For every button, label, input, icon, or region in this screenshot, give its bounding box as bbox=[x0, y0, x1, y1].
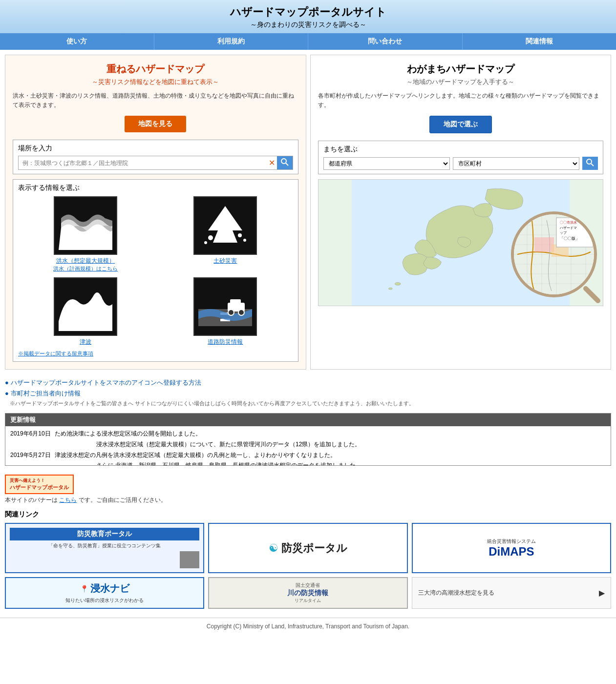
bousai-edu-icon bbox=[180, 551, 199, 568]
town-select-section: まちを選ぶ 都道府県 市区町村 bbox=[318, 141, 604, 174]
search-go-button[interactable] bbox=[277, 156, 293, 169]
bousai-portal-content: ☯ 防災ポータル bbox=[269, 541, 347, 556]
town-select-row: 都道府県 市区町村 bbox=[323, 157, 598, 170]
bousai-edu-sub: 「命を守る、防災教育」授業に役立つコンテンツ集 bbox=[48, 542, 161, 549]
town-select-label: まちを選ぶ bbox=[323, 145, 598, 154]
road-item[interactable]: 道路防災情報 bbox=[158, 277, 293, 346]
tsunami-item[interactable]: 津波 bbox=[18, 277, 153, 346]
nav-usage[interactable]: 使い方 bbox=[0, 33, 154, 50]
nav-terms[interactable]: 利用規約 bbox=[154, 33, 309, 50]
location-label: 場所を入力 bbox=[18, 144, 293, 153]
svg-point-17 bbox=[238, 310, 244, 315]
updates-header: 更新情報 bbox=[5, 414, 611, 426]
bousai-portal-title: 防災ポータル bbox=[281, 541, 347, 556]
site-header: ハザードマップポータルサイト ～身のまわりの災害リスクを調べる～ bbox=[0, 0, 616, 33]
tsunami-icon-box bbox=[54, 277, 117, 336]
landslide-label[interactable]: 土砂災害 bbox=[158, 257, 293, 265]
left-panel-description: 洪水・土砂災害・津波のリスク情報、道路防災情報、土地の特徴・成り立ちなどを地図や… bbox=[13, 91, 298, 110]
svg-line-19 bbox=[591, 164, 594, 166]
smartphone-link[interactable]: ハザードマップポータルサイトをスマホのアイコンへ登録する方法 bbox=[5, 378, 611, 387]
japan-map-area: 〇〇市洪水 ハザードマ ップ 「〇〇版」 bbox=[318, 179, 604, 306]
banner-link[interactable]: こちら bbox=[59, 497, 77, 503]
banner-label2: ハザードマップポータル bbox=[10, 484, 69, 491]
select-map-button[interactable]: 地図で選ぶ bbox=[429, 116, 492, 133]
officials-link[interactable]: 市町村ご担当者向け情報 bbox=[5, 389, 611, 398]
flood-icon-box bbox=[54, 196, 117, 255]
bottom-links: ハザードマップポータルサイトをスマホのアイコンへ登録する方法 市町村ご担当者向け… bbox=[0, 374, 616, 413]
svg-point-21 bbox=[395, 283, 401, 286]
main-nav: 使い方 利用規約 問い合わせ 関連情報 bbox=[0, 33, 616, 50]
warning-text: ※ハザードマップポータルサイトをご覧の皆さまへ サイトにつながりにくい場合はしば… bbox=[10, 400, 606, 407]
info-select-section: 表示する情報を選ぶ 洪水（想定最大規模） 洪水（計画規模）はこ bbox=[13, 179, 298, 362]
landslide-icon-box bbox=[193, 196, 257, 255]
note-link[interactable]: ※掲載データに関する留意事項 bbox=[18, 350, 293, 357]
magnifier-overlay: 〇〇市洪水 ハザードマ ップ 「〇〇版」 bbox=[508, 210, 600, 303]
banner-text-after: です。ご自由にご活用ください。 bbox=[79, 497, 167, 503]
magnifier-svg: 〇〇市洪水 ハザードマ ップ 「〇〇版」 bbox=[508, 210, 600, 303]
flood-label[interactable]: 洪水（想定最大規模） bbox=[18, 257, 153, 265]
flood-item[interactable]: 洪水（想定最大規模） 洪水（計画規模）はこちら bbox=[18, 196, 153, 272]
update-date-4 bbox=[10, 460, 49, 465]
prefecture-select[interactable]: 都道府県 bbox=[323, 157, 450, 170]
right-panel-title: わがまちハザードマップ bbox=[318, 62, 604, 76]
svg-point-6 bbox=[238, 233, 242, 237]
shinsui-pin-icon: 📍 bbox=[80, 585, 88, 593]
svg-text:〇〇市洪水: 〇〇市洪水 bbox=[560, 221, 577, 225]
bousai-edu-title: 防災教育ポータル bbox=[10, 528, 199, 540]
info-select-label: 表示する情報を選ぶ bbox=[18, 184, 293, 192]
flood-sublabel[interactable]: 洪水（計画規模）はこちら bbox=[18, 265, 153, 272]
takashio-arrow-icon: ▶ bbox=[599, 588, 605, 598]
left-panel-subtitle: ～災害リスク情報などを地図に重ねて表示～ bbox=[13, 78, 298, 86]
svg-point-7 bbox=[204, 241, 207, 244]
related-kawa[interactable]: 国土交通省 川の防災情報 リアルタイム bbox=[208, 577, 407, 609]
update-text-3: 津波浸水想定の凡例を洪水浸水想定区域（想定最大規模）の凡例と統一し、よりわかりや… bbox=[55, 450, 336, 461]
svg-point-5 bbox=[208, 235, 213, 240]
svg-text:ハザードマ: ハザードマ bbox=[559, 226, 577, 230]
bousai-portal-icon: ☯ bbox=[269, 542, 278, 555]
related-dimaps[interactable]: 統合災害情報システム DiMAPS bbox=[412, 523, 611, 573]
landslide-svg bbox=[198, 201, 252, 250]
banner-text-before: 本サイトのバナーは bbox=[5, 497, 58, 503]
road-svg bbox=[198, 282, 252, 331]
svg-rect-38 bbox=[534, 237, 554, 252]
location-input[interactable] bbox=[19, 157, 267, 169]
update-text-4: さらに 北海道、新潟県、石川県、岐阜県、島取県、長根県の津波浸水想定のデータを追… bbox=[53, 460, 361, 465]
update-date-2 bbox=[10, 439, 49, 450]
flood-svg bbox=[59, 201, 112, 250]
icon-grid: 洪水（想定最大規模） 洪水（計画規模）はこちら bbox=[18, 196, 293, 346]
related-title: 関連リンク bbox=[5, 510, 611, 519]
site-title: ハザードマップポータルサイト bbox=[0, 5, 616, 20]
banner-label1: 災害へ備えよう！ bbox=[10, 477, 69, 484]
related-takashio[interactable]: 三大湾の高潮浸水想定を見る ▶ bbox=[412, 577, 611, 609]
svg-point-0 bbox=[281, 159, 286, 164]
shinsui-sub: 知りたい場所の浸水リスクがわかる bbox=[65, 597, 144, 604]
footer: Copyright (C) Ministry of Land, Infrastr… bbox=[0, 618, 616, 635]
update-row-4: さらに 北海道、新潟県、石川県、岐阜県、島取県、長根県の津波浸水想定のデータを追… bbox=[10, 460, 606, 465]
right-panel: わがまちハザードマップ ～地域のハザードマップを入手する～ 各市町村が作成したハ… bbox=[310, 55, 612, 370]
nav-related-info[interactable]: 関連情報 bbox=[463, 33, 616, 50]
banner-button[interactable]: 災害へ備えよう！ ハザードマップポータル bbox=[5, 475, 74, 494]
footer-text: Copyright (C) Ministry of Land, Infrastr… bbox=[207, 623, 409, 630]
right-panel-subtitle: ～地域のハザードマップを入手する～ bbox=[318, 78, 604, 86]
site-subtitle: ～身のまわりの災害リスクを調べる～ bbox=[0, 21, 616, 29]
landslide-item[interactable]: 土砂災害 bbox=[158, 196, 293, 272]
view-map-button[interactable]: 地図を見る bbox=[125, 116, 186, 132]
svg-line-45 bbox=[586, 289, 598, 301]
svg-point-16 bbox=[228, 310, 234, 315]
related-bousai-edu[interactable]: 防災教育ポータル 「命を守る、防災教育」授業に役立つコンテンツ集 bbox=[5, 523, 204, 573]
city-select[interactable]: 市区町村 bbox=[453, 157, 579, 170]
nav-contact[interactable]: 問い合わせ bbox=[308, 33, 463, 50]
related-section: 関連リンク 防災教育ポータル 「命を守る、防災教育」授業に役立つコンテンツ集 ☯… bbox=[0, 508, 616, 614]
svg-point-18 bbox=[587, 159, 592, 164]
search-clear-button[interactable]: ✕ bbox=[267, 158, 277, 167]
kawa-top-label: 国土交通省 bbox=[296, 582, 320, 589]
updates-body[interactable]: 2019年6月10日 ため池決壊による浸水想定区域の公開を開始しました。 浸水浸… bbox=[5, 426, 611, 465]
related-bousai-portal[interactable]: ☯ 防災ポータル bbox=[208, 523, 407, 573]
related-grid: 防災教育ポータル 「命を守る、防災教育」授業に役立つコンテンツ集 ☯ 防災ポータ… bbox=[5, 523, 611, 609]
update-text-2: 浸水浸水想定区域（想定最大規模）について、新たに県管理河川のデータ（12県）を追… bbox=[53, 439, 361, 450]
tsunami-label[interactable]: 津波 bbox=[18, 338, 153, 346]
related-shinsui[interactable]: 📍 浸水ナビ 知りたい場所の浸水リスクがわかる bbox=[5, 577, 204, 609]
tsunami-svg bbox=[59, 282, 112, 331]
road-label[interactable]: 道路防災情報 bbox=[158, 338, 293, 346]
town-search-button[interactable] bbox=[582, 157, 598, 170]
